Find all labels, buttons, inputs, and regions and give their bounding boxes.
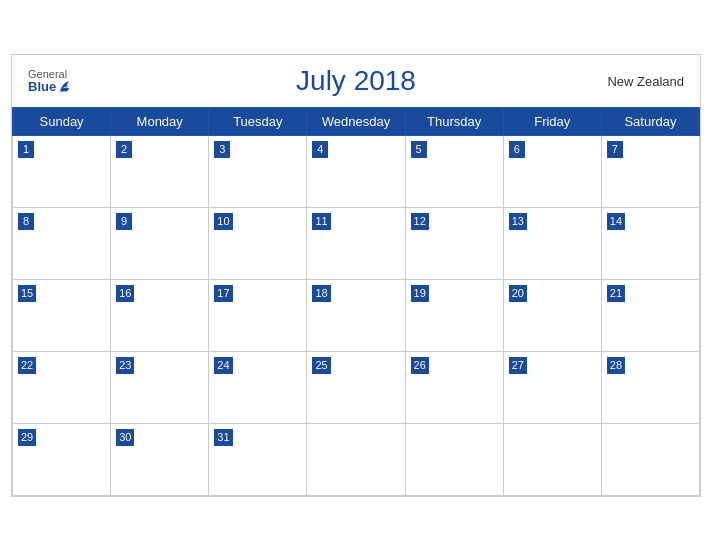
calendar-cell: 18 xyxy=(307,279,405,351)
calendar-week-row: 891011121314 xyxy=(13,207,700,279)
calendar-thead: Sunday Monday Tuesday Wednesday Thursday… xyxy=(13,107,700,135)
calendar-week-row: 22232425262728 xyxy=(13,351,700,423)
day-number: 30 xyxy=(116,429,134,446)
calendar-cell: 26 xyxy=(405,351,503,423)
calendar-cell xyxy=(405,423,503,495)
day-number: 5 xyxy=(411,141,427,158)
day-number: 25 xyxy=(312,357,330,374)
calendar-cell: 24 xyxy=(209,351,307,423)
calendar-cell: 6 xyxy=(503,135,601,207)
calendar-cell: 11 xyxy=(307,207,405,279)
logo-bird-icon xyxy=(58,80,74,94)
day-number: 17 xyxy=(214,285,232,302)
calendar-cell: 10 xyxy=(209,207,307,279)
calendar-cell xyxy=(307,423,405,495)
header-monday: Monday xyxy=(111,107,209,135)
calendar-cell: 2 xyxy=(111,135,209,207)
day-number: 21 xyxy=(607,285,625,302)
calendar-cell: 17 xyxy=(209,279,307,351)
header-thursday: Thursday xyxy=(405,107,503,135)
calendar-week-row: 293031 xyxy=(13,423,700,495)
calendar-cell: 13 xyxy=(503,207,601,279)
day-number: 6 xyxy=(509,141,525,158)
country-label: New Zealand xyxy=(607,73,684,88)
calendar-cell: 22 xyxy=(13,351,111,423)
calendar-cell: 9 xyxy=(111,207,209,279)
day-number: 16 xyxy=(116,285,134,302)
calendar-cell: 5 xyxy=(405,135,503,207)
calendar-cell: 4 xyxy=(307,135,405,207)
day-number: 13 xyxy=(509,213,527,230)
calendar-cell: 19 xyxy=(405,279,503,351)
calendar-cell: 29 xyxy=(13,423,111,495)
calendar-cell: 7 xyxy=(601,135,699,207)
day-number: 24 xyxy=(214,357,232,374)
day-number: 8 xyxy=(18,213,34,230)
day-number: 9 xyxy=(116,213,132,230)
calendar-cell: 15 xyxy=(13,279,111,351)
calendar-cell: 8 xyxy=(13,207,111,279)
calendar-cell: 20 xyxy=(503,279,601,351)
day-number: 28 xyxy=(607,357,625,374)
day-number: 7 xyxy=(607,141,623,158)
calendar-cell: 27 xyxy=(503,351,601,423)
logo-blue-text: Blue xyxy=(28,79,56,93)
calendar-cell: 16 xyxy=(111,279,209,351)
calendar-cell: 3 xyxy=(209,135,307,207)
day-number: 1 xyxy=(18,141,34,158)
header-wednesday: Wednesday xyxy=(307,107,405,135)
day-number: 14 xyxy=(607,213,625,230)
calendar-cell: 14 xyxy=(601,207,699,279)
day-number: 3 xyxy=(214,141,230,158)
day-number: 23 xyxy=(116,357,134,374)
calendar-cell xyxy=(503,423,601,495)
calendar-cell: 21 xyxy=(601,279,699,351)
day-number: 29 xyxy=(18,429,36,446)
header-friday: Friday xyxy=(503,107,601,135)
day-number: 12 xyxy=(411,213,429,230)
month-title: July 2018 xyxy=(296,65,416,97)
logo: General Blue xyxy=(28,67,74,93)
calendar-cell: 31 xyxy=(209,423,307,495)
calendar-body: 1234567891011121314151617181920212223242… xyxy=(13,135,700,495)
day-number: 10 xyxy=(214,213,232,230)
day-number: 15 xyxy=(18,285,36,302)
calendar-cell: 30 xyxy=(111,423,209,495)
day-number: 22 xyxy=(18,357,36,374)
logo-area: Blue xyxy=(28,79,74,93)
calendar-cell xyxy=(601,423,699,495)
calendar-cell: 12 xyxy=(405,207,503,279)
header-sunday: Sunday xyxy=(13,107,111,135)
calendar-week-row: 15161718192021 xyxy=(13,279,700,351)
header-row: Sunday Monday Tuesday Wednesday Thursday… xyxy=(13,107,700,135)
day-number: 31 xyxy=(214,429,232,446)
header-tuesday: Tuesday xyxy=(209,107,307,135)
calendar-grid: Sunday Monday Tuesday Wednesday Thursday… xyxy=(12,107,700,496)
day-number: 11 xyxy=(312,213,330,230)
header-saturday: Saturday xyxy=(601,107,699,135)
calendar-cell: 25 xyxy=(307,351,405,423)
day-number: 20 xyxy=(509,285,527,302)
day-number: 27 xyxy=(509,357,527,374)
day-number: 2 xyxy=(116,141,132,158)
calendar-cell: 23 xyxy=(111,351,209,423)
calendar-week-row: 1234567 xyxy=(13,135,700,207)
calendar-cell: 1 xyxy=(13,135,111,207)
calendar-header: General Blue July 2018 New Zealand xyxy=(12,55,700,107)
day-number: 4 xyxy=(312,141,328,158)
day-number: 19 xyxy=(411,285,429,302)
day-number: 18 xyxy=(312,285,330,302)
calendar-cell: 28 xyxy=(601,351,699,423)
day-number: 26 xyxy=(411,357,429,374)
calendar-container: General Blue July 2018 New Zealand Sunda… xyxy=(11,54,701,497)
